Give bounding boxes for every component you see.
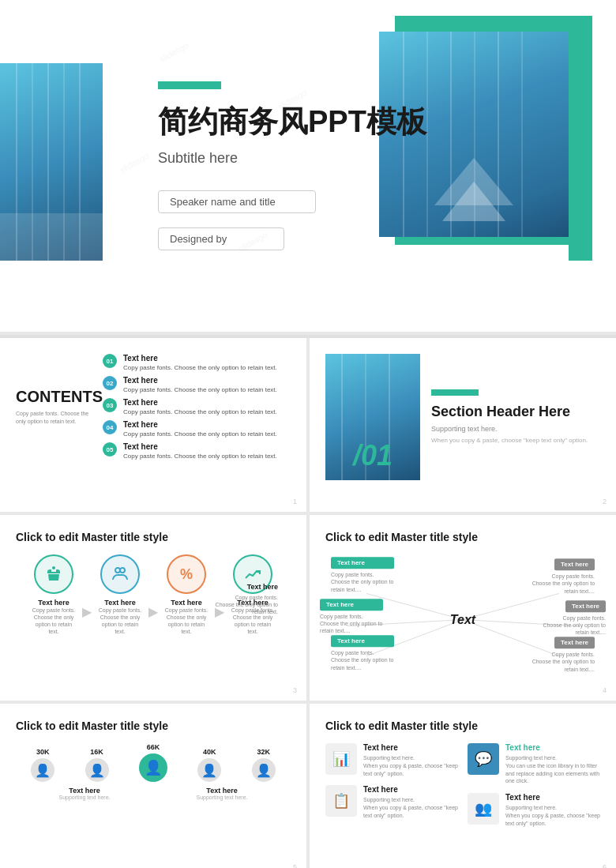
list-item: 01 Text hereCopy paste fonts. Choose the… [103, 354, 291, 371]
item-num-2: 02 [103, 376, 117, 390]
mindmap-container: Text Text here Copy paste fonts. Choose … [325, 554, 600, 685]
item-num-3: 03 [103, 398, 117, 412]
slide7-title: Click to edit Master title style [325, 720, 600, 732]
slide-number: 4 [603, 686, 607, 694]
slide-number: 2 [603, 498, 607, 505]
person-col-2: 16K 👤 [85, 748, 109, 782]
text-icons-right: 💬 Text here Supporting text here. You ca… [468, 743, 600, 828]
mindmap-tag-4: Text here Copy paste fonts. Choose the o… [543, 598, 606, 637]
item-num-1: 01 [103, 354, 117, 368]
people-row: 30K 👤 16K 👤 66K 👤 40K 👤 32K 👤 [16, 743, 291, 782]
ti-item-4: 👥 Text here Supporting text here. When y… [468, 793, 600, 827]
text-icons-layout: 📊 Text here Supporting text here. When y… [325, 743, 600, 828]
bottom-item-1: Text here Supporting text here. [59, 787, 111, 800]
mindmap-tag-2: Text here Copy paste fonts. Choose the o… [531, 556, 595, 595]
ti-text-2: Text here Supporting text here. When you… [363, 785, 458, 819]
process-node-1: Text here Copy paste fonts. Choose the o… [30, 554, 77, 635]
contents-list: 01 Text hereCopy paste fonts. Choose the… [103, 354, 291, 460]
list-item: 02 Text hereCopy paste fonts. Choose the… [103, 376, 291, 393]
person-icon-2: 👤 [85, 758, 109, 782]
section-header-title: Section Header Here [431, 404, 600, 420]
list-item: 04 Text hereCopy paste fonts. Choose the… [103, 420, 291, 438]
mindmap-center: Text [450, 613, 475, 627]
slide4-title: Click to edit Master title style [16, 531, 291, 543]
mindmap-tag-6: Text here Copy paste fonts. Choose the o… [531, 634, 595, 673]
person-col-5: 32K 👤 [252, 748, 276, 782]
section-number: /01 [353, 439, 393, 472]
process-node-3: % Text here Copy paste fonts. Choose the… [163, 554, 210, 635]
hero-left-image [0, 63, 103, 261]
person-icon-5: 👤 [252, 758, 276, 782]
watermark: slidesgo [118, 151, 151, 175]
slide-number: 6 [603, 863, 607, 868]
process-arrow: ▶ [148, 604, 158, 619]
process-text-1: Text here Copy paste fonts. Choose the o… [30, 599, 77, 635]
slide5-title: Click to edit Master title style [325, 531, 600, 543]
slide-contents: CONTENTS Copy paste fonts. Choose the on… [0, 338, 306, 512]
text-icons-left: 📊 Text here Supporting text here. When y… [325, 743, 458, 828]
ti-icon-4: 👥 [468, 793, 499, 825]
list-item: 05 Text hereCopy paste fonts. Choose the… [103, 442, 291, 460]
slide-text-icons: Click to edit Master title style 📊 Text … [310, 704, 616, 868]
ti-text-4: Text here Supporting text here. When you… [505, 793, 600, 827]
svg-point-1 [120, 568, 125, 573]
section-support-text: Supporting text here. [431, 425, 600, 433]
bottom-text-row: Text here Supporting text here. Text her… [16, 787, 291, 800]
contents-title: CONTENTS [16, 388, 95, 405]
ti-item-3: 💬 Text here Supporting text here. You ca… [468, 743, 600, 785]
ti-item-1: 📊 Text here Supporting text here. When y… [325, 743, 458, 777]
slide-number: 3 [293, 686, 297, 694]
process-circle-3: % [167, 554, 206, 594]
ti-icon-3: 💬 [468, 743, 499, 775]
person-icon-4: 👤 [197, 758, 221, 782]
process-text-3: Text here Copy paste fonts. Choose the o… [163, 599, 210, 635]
slide-process: Click to edit Master title style Text he… [0, 515, 306, 701]
person-col-4: 40K 👤 [197, 748, 221, 782]
slide-people-stats: Click to edit Master title style 30K 👤 1… [0, 704, 306, 868]
slide-number: 1 [293, 498, 297, 505]
hero-main-title: 简约商务风PPT模板 [158, 102, 577, 142]
contents-left: CONTENTS Copy paste fonts. Choose the on… [16, 354, 95, 460]
ti-item-2: 📋 Text here Supporting text here. When y… [325, 785, 458, 819]
speaker-label: Speaker name and title [170, 196, 276, 208]
process-arrow: ▶ [82, 604, 92, 619]
mindmap-tag-5: Text here Copy paste fonts. Choose the o… [331, 636, 394, 671]
slide-mindmap: Click to edit Master title style Text Te… [310, 515, 616, 701]
slide6-title: Click to edit Master title style [16, 720, 291, 732]
designed-label: Designed by [170, 233, 227, 245]
slide-number: 5 [293, 863, 297, 868]
ti-text-1: Text here Supporting text here. When you… [363, 743, 458, 777]
slide-section-header: /01 Section Header Here Supporting text … [310, 338, 616, 512]
process-right-text: Text here Copy paste fonts. Choose the o… [215, 583, 278, 615]
person-icon-3: 👤 [139, 753, 167, 782]
speaker-box[interactable]: Speaker name and title [158, 190, 316, 213]
watermark: slidesgo [158, 40, 190, 65]
process-text-2: Text here Copy paste fonts. Choose the o… [96, 599, 144, 635]
person-icon-1: 👤 [31, 758, 54, 782]
section-image: /01 [325, 354, 420, 480]
list-item: 03 Text hereCopy paste fonts. Choose the… [103, 398, 291, 415]
section-green-bar [431, 389, 479, 396]
hero-green-bar [158, 81, 221, 89]
designed-box[interactable]: Designed by [158, 227, 284, 250]
section-desc: When you copy & paste, choose "keep text… [431, 436, 600, 445]
mindmap-tag-3: Text here Copy paste fonts. Choose the o… [320, 599, 383, 635]
mindmap-tag-1: Text here Copy paste fonts. Choose the o… [331, 558, 394, 593]
person-col-1: 30K 👤 [31, 748, 54, 782]
slide-hero: slidesgo slidesgo slidesgo slidesgo 简约商务… [0, 0, 616, 332]
ti-icon-1: 📊 [325, 743, 357, 775]
ti-text-3: Text here Supporting text here. You can … [505, 743, 600, 785]
bottom-item-2: Text here Supporting text here. [197, 787, 248, 800]
ti-icon-2: 📋 [325, 785, 357, 817]
item-num-4: 04 [103, 420, 117, 434]
contents-subtitle: Copy paste fonts. Choose the only option… [16, 410, 95, 426]
slides-grid: CONTENTS Copy paste fonts. Choose the on… [0, 338, 616, 868]
process-circle-1 [34, 554, 73, 594]
item-num-5: 05 [103, 442, 117, 457]
process-circle-2 [100, 554, 140, 594]
section-content: Section Header Here Supporting text here… [431, 389, 600, 445]
process-node-2: Text here Copy paste fonts. Choose the o… [96, 554, 144, 635]
person-col-3: 66K 👤 [139, 743, 167, 782]
hero-subtitle: Subtitle here [158, 150, 577, 167]
